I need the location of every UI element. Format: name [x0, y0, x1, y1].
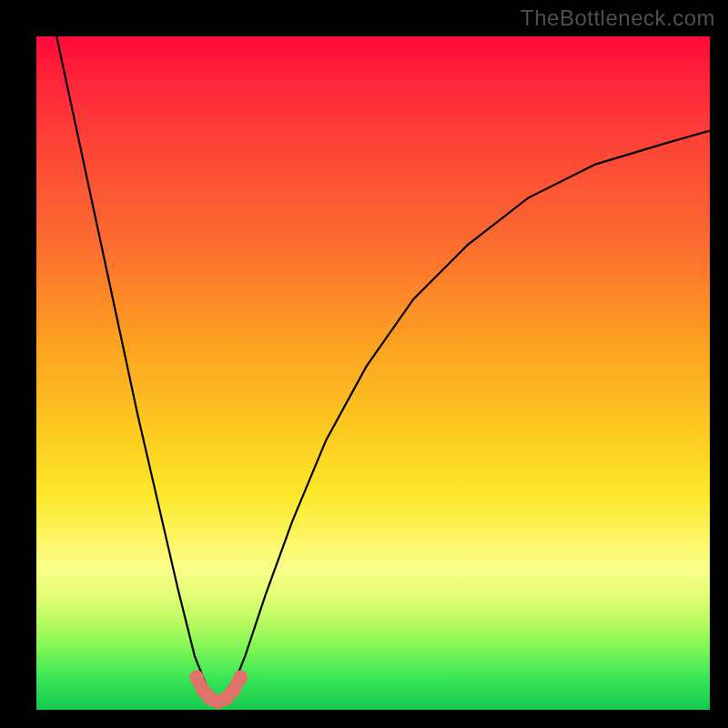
- marker-dot: [233, 670, 248, 684]
- curve-svg: [36, 36, 710, 710]
- bottom-markers: [189, 670, 248, 709]
- curve-right-branch: [218, 131, 710, 703]
- curve-left-branch: [56, 36, 218, 703]
- chart-frame: { "watermark": "TheBottleneck.com", "cha…: [0, 0, 728, 728]
- watermark-text: TheBottleneck.com: [521, 5, 715, 31]
- plot-area: [36, 36, 710, 710]
